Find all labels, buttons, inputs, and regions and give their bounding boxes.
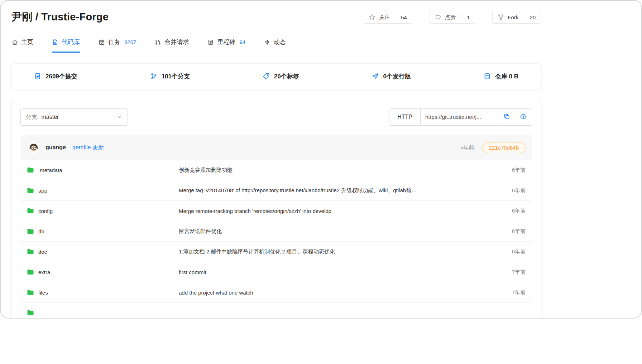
stat-commits[interactable]: 2609个提交: [34, 72, 77, 81]
stat-label: 仓库 0 B: [495, 72, 518, 81]
copy-url-button[interactable]: [498, 108, 515, 126]
file-name-cell[interactable]: [27, 310, 179, 316]
tab-milestones[interactable]: 里程碑 94: [207, 38, 245, 53]
merge-icon: [155, 39, 161, 45]
repo-tabs: 主页 代码库 任务 8207 合并请求: [11, 38, 541, 53]
tab-tasks[interactable]: 任务 8207: [99, 38, 136, 53]
heart-icon: [435, 14, 441, 20]
watch-count: 54: [396, 14, 407, 20]
home-icon: [11, 39, 18, 45]
file-time: 7年前: [506, 269, 526, 276]
clone-url-field[interactable]: https://git.trustie.net/j...: [420, 108, 498, 126]
commit-message-link[interactable]: gemfile 更新: [72, 144, 104, 151]
protocol-toggle[interactable]: HTTP: [389, 108, 421, 126]
star-icon: [369, 14, 375, 20]
tab-home[interactable]: 主页: [11, 38, 33, 53]
stat-branches[interactable]: 101个分支: [150, 72, 190, 81]
fork-button[interactable]: Fork 20: [492, 11, 541, 24]
tab-label: 主页: [21, 38, 33, 46]
fork-count: 20: [524, 14, 536, 20]
table-row: app Merge tag 'V20140708' of http://repo…: [20, 180, 532, 201]
file-name-cell[interactable]: extra: [27, 269, 179, 275]
repo-stats-bar: 2609个提交 101个分支 20个标签 0个发行版: [11, 63, 541, 89]
code-toolbar: 分支: master HTTP https://git.trustie.net/…: [20, 108, 532, 126]
tags-icon: [263, 73, 270, 80]
stat-repo-size[interactable]: 仓库 0 B: [484, 72, 518, 81]
file-time: 6年前: [506, 228, 526, 235]
file-name: extra: [38, 269, 50, 275]
like-count: 1: [461, 14, 470, 20]
releases-icon: [372, 73, 379, 80]
watch-button[interactable]: 关注 54: [364, 11, 412, 24]
commit-author[interactable]: guange: [45, 144, 66, 151]
watch-label: 关注: [379, 14, 390, 21]
avatar[interactable]: [27, 141, 40, 154]
file-name: files: [38, 290, 48, 296]
like-label: 点赞: [445, 14, 456, 21]
tab-label: 合并请求: [164, 38, 189, 46]
file-commit-message[interactable]: 1.添加文档 2.邮件中缺陷序号计算机制优化 2.项目、课程动态优化: [179, 248, 506, 255]
stat-label: 20个标签: [274, 72, 299, 81]
tab-merge-requests[interactable]: 合并请求: [155, 38, 189, 53]
commit-time: 5年前: [460, 144, 474, 151]
file-commit-message[interactable]: add the project what one watch: [179, 290, 506, 296]
folder-icon: [27, 208, 34, 214]
file-name-cell[interactable]: app: [27, 188, 179, 194]
file-time: 6年前: [506, 248, 526, 255]
file-name: app: [38, 188, 47, 194]
like-button[interactable]: 点赞 1: [430, 11, 475, 24]
folder-icon: [27, 310, 34, 316]
download-button[interactable]: [515, 108, 532, 126]
branch-prefix-label: 分支:: [26, 113, 39, 121]
file-time: 6年前: [506, 187, 526, 194]
folder-icon: [27, 249, 34, 254]
folder-icon: [27, 167, 34, 173]
table-row: config Merge remote-tracking branch 'rem…: [20, 201, 532, 221]
stat-label: 0个发行版: [383, 72, 411, 81]
file-name-cell[interactable]: db: [27, 228, 179, 234]
stat-releases[interactable]: 0个发行版: [372, 72, 411, 81]
file-commit-message[interactable]: Merge remote-tracking branch 'remotes/or…: [179, 208, 506, 214]
file-table: .metadata 创新竞赛添加删除功能 6年前 app Merge tag '…: [20, 160, 532, 319]
file-commit-message[interactable]: first commit: [179, 269, 506, 275]
file-commit-message[interactable]: 创新竞赛添加删除功能: [179, 167, 506, 174]
clone-url-group: HTTP https://git.trustie.net/j...: [389, 108, 532, 126]
app-window: 尹刚 / Trustie-Forge 关注 54 点赞 1: [0, 0, 642, 319]
file-name-cell[interactable]: .metadata: [27, 167, 179, 173]
folder-icon: [27, 228, 34, 234]
folder-icon: [27, 188, 34, 193]
copy-icon: [503, 113, 510, 121]
stat-label: 2609个提交: [45, 72, 77, 81]
file-name-cell[interactable]: doc: [27, 249, 179, 255]
tab-activity[interactable]: 动态: [264, 38, 286, 53]
file-name-cell[interactable]: config: [27, 208, 179, 214]
file-time: 7年前: [506, 289, 526, 296]
table-row: files add the project what one watch 7年前: [20, 282, 532, 303]
branch-selector[interactable]: 分支: master: [20, 108, 128, 126]
cloud-download-icon: [520, 113, 527, 121]
tab-label: 代码库: [62, 38, 80, 46]
commits-icon: [34, 73, 41, 80]
codebase-icon: [52, 39, 58, 45]
repo-actions: 关注 54 点赞 1 Fork 20: [364, 11, 541, 24]
file-commit-message[interactable]: 留言发送邮件优化: [179, 228, 506, 235]
milestone-icon: [207, 39, 214, 45]
table-row: extra first commit 7年前: [20, 262, 532, 282]
file-name: config: [38, 208, 53, 214]
folder-icon: [27, 269, 34, 275]
table-row: doc 1.添加文档 2.邮件中缺陷序号计算机制优化 2.项目、课程动态优化 6…: [20, 242, 532, 262]
file-name: db: [38, 228, 44, 234]
folder-icon: [27, 290, 34, 295]
file-time: 6年前: [506, 208, 526, 214]
stat-label: 101个分支: [162, 72, 190, 81]
file-commit-message[interactable]: Merge tag 'V20140708' of http://reposito…: [179, 187, 506, 194]
commit-hash-badge[interactable]: 221e70d648: [482, 142, 526, 153]
latest-commit-bar: guange gemfile 更新 5年前 221e70d648: [20, 135, 532, 160]
repo-header: 尹刚 / Trustie-Forge 关注 54 点赞 1: [11, 1, 541, 24]
tab-codebase[interactable]: 代码库: [52, 38, 80, 53]
file-name: .metadata: [38, 167, 62, 173]
fork-label: Fork: [508, 14, 518, 20]
file-name-cell[interactable]: files: [27, 290, 179, 296]
stat-tags[interactable]: 20个标签: [263, 72, 299, 81]
table-row-partial[interactable]: [20, 303, 532, 319]
